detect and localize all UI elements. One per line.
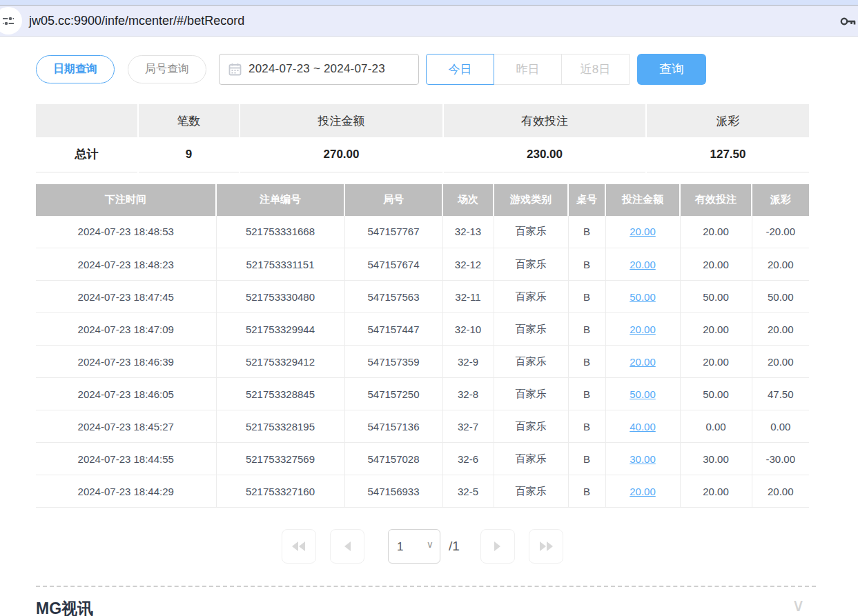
last8days-button[interactable]: 近8日 xyxy=(561,54,630,85)
section-divider xyxy=(36,586,816,587)
address-bar[interactable]: jw05.cc:9900/infe/mcenter/#/betRecord xyxy=(0,6,858,37)
right-arrow-icon xyxy=(493,540,503,553)
cell-bet-amount: 20.00 xyxy=(605,475,680,508)
cell-round-no: 547157674 xyxy=(344,248,442,281)
cell-table-no: B xyxy=(568,346,605,378)
prev-page-button[interactable] xyxy=(330,529,364,564)
cell-game-type: 百家乐 xyxy=(494,346,568,378)
cell-bet-amount: 20.00 xyxy=(605,248,680,281)
cell-session: 32-13 xyxy=(442,216,494,248)
bet-amount-link[interactable]: 40.00 xyxy=(630,421,656,433)
cell-order-no: 521753331151 xyxy=(216,248,344,281)
bet-record-row: 2024-07-23 18:44:29 521753327160 5471569… xyxy=(36,475,809,508)
bet-record-row: 2024-07-23 18:46:39 521753329412 5471573… xyxy=(36,346,809,378)
bet-amount-link[interactable]: 20.00 xyxy=(630,356,656,368)
page-select[interactable]: 1 xyxy=(388,529,440,564)
bet-amount-link[interactable]: 20.00 xyxy=(630,324,656,335)
section-chevron-down-icon[interactable]: ∨ xyxy=(792,598,805,612)
cell-bet-amount: 20.00 xyxy=(605,346,680,378)
cell-table-no: B xyxy=(568,281,605,313)
cell-order-no: 521753328195 xyxy=(216,410,344,443)
cell-bet-time: 2024-07-23 18:47:45 xyxy=(36,281,216,313)
cell-table-no: B xyxy=(568,248,605,281)
next-page-button[interactable] xyxy=(480,529,515,564)
cell-round-no: 547157136 xyxy=(344,410,442,443)
cell-payout: -20.00 xyxy=(752,216,809,248)
cell-payout: 20.00 xyxy=(752,346,809,378)
cell-game-type: 百家乐 xyxy=(494,313,568,346)
double-left-arrow-icon xyxy=(291,540,306,553)
cell-valid-bet: 20.00 xyxy=(680,248,752,281)
cell-bet-time: 2024-07-23 18:46:05 xyxy=(36,378,216,410)
cell-game-type: 百家乐 xyxy=(494,281,568,313)
url-text[interactable]: jw05.cc:9900/infe/mcenter/#/betRecord xyxy=(29,14,244,28)
site-settings-badge[interactable] xyxy=(0,7,22,34)
cell-bet-amount: 40.00 xyxy=(605,410,680,443)
left-arrow-icon xyxy=(342,540,352,553)
cell-table-no: B xyxy=(568,216,605,248)
cell-session: 32-10 xyxy=(442,313,494,346)
cell-table-no: B xyxy=(568,410,605,443)
date-range-input[interactable]: 2024-07-23 ~ 2024-07-23 xyxy=(219,54,419,85)
filter-toolbar: 日期查询 局号查询 2024-07-23 ~ 2024-07-23 今日 xyxy=(36,53,809,85)
col-header-valid-bet: 有效投注 xyxy=(680,184,752,216)
summary-bet-amount-value: 270.00 xyxy=(240,137,443,172)
cell-payout: -30.00 xyxy=(752,443,809,475)
bet-amount-link[interactable]: 50.00 xyxy=(630,291,656,303)
first-page-button[interactable] xyxy=(282,529,316,564)
cell-session: 32-7 xyxy=(442,410,494,443)
cell-bet-time: 2024-07-23 18:48:53 xyxy=(36,216,216,248)
col-header-game-type: 游戏类别 xyxy=(494,184,568,216)
calendar-icon xyxy=(228,63,242,76)
cell-round-no: 547156933 xyxy=(344,475,442,508)
col-header-payout: 派彩 xyxy=(752,184,809,216)
cell-bet-time: 2024-07-23 18:48:23 xyxy=(36,248,216,281)
yesterday-button[interactable]: 昨日 xyxy=(494,54,562,85)
cell-valid-bet: 20.00 xyxy=(680,313,752,346)
cell-bet-amount: 50.00 xyxy=(605,281,680,313)
cell-valid-bet: 20.00 xyxy=(680,475,752,508)
cell-order-no: 521753330480 xyxy=(216,281,344,313)
round-query-tab[interactable]: 局号查询 xyxy=(128,55,206,83)
cell-payout: 20.00 xyxy=(752,475,809,508)
bet-amount-link[interactable]: 20.00 xyxy=(630,486,656,497)
bet-amount-link[interactable]: 20.00 xyxy=(630,259,656,270)
cell-round-no: 547157563 xyxy=(344,281,442,313)
today-button[interactable]: 今日 xyxy=(426,54,494,85)
bet-amount-link[interactable]: 30.00 xyxy=(630,453,656,465)
search-button[interactable]: 查询 xyxy=(637,54,706,85)
key-icon[interactable] xyxy=(839,12,857,30)
cell-bet-time: 2024-07-23 18:47:09 xyxy=(36,313,216,346)
cell-valid-bet: 30.00 xyxy=(680,443,752,475)
summary-table: 笔数 投注金额 有效投注 派彩 总计 9 270.00 230.00 127.5… xyxy=(36,104,809,172)
summary-header-blank xyxy=(36,104,138,137)
last-page-button[interactable] xyxy=(529,529,563,564)
cell-order-no: 521753327569 xyxy=(216,443,344,475)
cell-game-type: 百家乐 xyxy=(494,216,568,248)
bet-record-row: 2024-07-23 18:47:09 521753329944 5471574… xyxy=(36,313,809,346)
cell-table-no: B xyxy=(568,313,605,346)
bet-record-row: 2024-07-23 18:45:27 521753328195 5471571… xyxy=(36,410,809,443)
cell-game-type: 百家乐 xyxy=(494,443,568,475)
collapsible-section-header[interactable]: MG视讯 ∨ xyxy=(36,598,809,616)
cell-valid-bet: 20.00 xyxy=(680,346,752,378)
cell-table-no: B xyxy=(568,443,605,475)
cell-payout: 0.00 xyxy=(752,410,809,443)
cell-valid-bet: 0.00 xyxy=(680,410,752,443)
cell-session: 32-8 xyxy=(442,378,494,410)
summary-total-row: 总计 9 270.00 230.00 127.50 xyxy=(36,137,809,172)
bet-record-row: 2024-07-23 18:47:45 521753330480 5471575… xyxy=(36,281,809,313)
bet-amount-link[interactable]: 20.00 xyxy=(630,226,656,237)
date-query-tab[interactable]: 日期查询 xyxy=(36,55,115,83)
cell-bet-amount: 20.00 xyxy=(605,313,680,346)
cell-payout: 50.00 xyxy=(752,281,809,313)
cell-order-no: 521753328845 xyxy=(216,378,344,410)
cell-bet-time: 2024-07-23 18:44:29 xyxy=(36,475,216,508)
cell-round-no: 547157359 xyxy=(344,346,442,378)
bet-amount-link[interactable]: 50.00 xyxy=(630,388,656,400)
cell-order-no: 521753331668 xyxy=(216,216,344,248)
col-header-round-no: 局号 xyxy=(344,184,442,216)
cell-payout: 20.00 xyxy=(752,313,809,346)
cell-session: 32-11 xyxy=(442,281,494,313)
cell-round-no: 547157447 xyxy=(344,313,442,346)
